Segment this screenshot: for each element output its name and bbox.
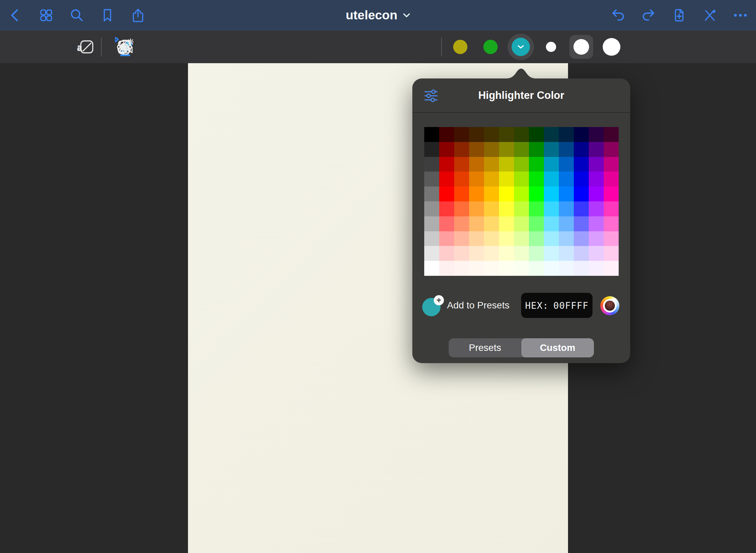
palette-cell[interactable] [604,172,619,186]
palette-cell[interactable] [469,157,484,172]
chevron-down-icon[interactable] [403,13,410,18]
palette-cell[interactable] [559,246,574,261]
palette-cell[interactable] [469,186,484,201]
palette-cell[interactable] [589,261,604,276]
add-to-presets-button[interactable]: + [422,295,447,316]
palette-cell[interactable] [544,201,559,216]
palette-cell[interactable] [484,127,499,142]
palette-cell[interactable] [514,142,529,157]
palette-cell[interactable] [439,246,454,261]
palette-cell[interactable] [589,246,604,261]
thickness-small[interactable] [536,31,566,63]
palette-cell[interactable] [559,172,574,186]
palette-cell[interactable] [589,201,604,216]
document-title[interactable]: utelecon [346,8,397,22]
back-button[interactable] [8,7,23,23]
palette-cell[interactable] [544,246,559,261]
redo-button[interactable] [641,7,656,23]
palette-cell[interactable] [559,142,574,157]
palette-cell[interactable] [439,172,454,186]
palette-cell[interactable] [529,201,544,216]
palette-cell[interactable] [589,231,604,246]
palette-cell[interactable] [424,246,439,261]
palette-cell[interactable] [469,261,484,276]
palette-cell[interactable] [529,231,544,246]
palette-cell[interactable] [499,157,514,172]
palette-cell[interactable] [514,261,529,276]
palette-cell[interactable] [559,261,574,276]
palette-cell[interactable] [469,172,484,186]
palette-cell[interactable] [499,216,514,231]
palette-cell[interactable] [454,246,469,261]
palette-cell[interactable] [604,246,619,261]
more-button[interactable] [733,7,748,23]
palette-cell[interactable] [559,186,574,201]
palette-cell[interactable] [544,127,559,142]
palette-cell[interactable] [559,157,574,172]
palette-cell[interactable] [424,127,439,142]
palette-cell[interactable] [559,201,574,216]
palette-cell[interactable] [484,201,499,216]
palette-cell[interactable] [484,216,499,231]
bookmark-button[interactable] [100,7,115,23]
palette-cell[interactable] [574,246,589,261]
thumbnails-button[interactable] [39,7,54,23]
palette-cell[interactable] [514,231,529,246]
tool-pan-mode[interactable]: a [67,31,105,63]
palette-cell[interactable] [544,142,559,157]
palette-cell[interactable] [499,246,514,261]
tab-presets[interactable]: Presets [449,338,521,357]
palette-cell[interactable] [574,261,589,276]
palette-cell[interactable] [439,142,454,157]
palette-cell[interactable] [529,261,544,276]
palette-cell[interactable] [454,186,469,201]
palette-cell[interactable] [469,246,484,261]
palette-cell[interactable] [544,186,559,201]
palette-cell[interactable] [439,157,454,172]
palette-cell[interactable] [439,231,454,246]
palette-cell[interactable] [514,246,529,261]
pen-options-button[interactable] [423,88,439,104]
palette-cell[interactable] [439,216,454,231]
thickness-large[interactable] [596,31,626,63]
color-swatch-teal-selected[interactable] [505,31,536,63]
palette-cell[interactable] [574,157,589,172]
palette-cell[interactable] [589,216,604,231]
palette-cell[interactable] [484,246,499,261]
palette-cell[interactable] [574,127,589,142]
palette-cell[interactable] [559,216,574,231]
palette-cell[interactable] [499,172,514,186]
palette-cell[interactable] [454,261,469,276]
color-wheel-button[interactable] [600,296,619,315]
color-swatch-olive[interactable] [445,31,475,63]
palette-cell[interactable] [469,216,484,231]
palette-cell[interactable] [424,216,439,231]
palette-cell[interactable] [544,231,559,246]
palette-cell[interactable] [589,186,604,201]
palette-cell[interactable] [469,127,484,142]
palette-cell[interactable] [559,127,574,142]
stop-editing-button[interactable] [702,7,717,23]
palette-cell[interactable] [499,261,514,276]
palette-cell[interactable] [484,231,499,246]
palette-cell[interactable] [529,172,544,186]
palette-cell[interactable] [469,142,484,157]
palette-cell[interactable] [484,261,499,276]
palette-cell[interactable] [574,201,589,216]
palette-cell[interactable] [529,142,544,157]
palette-cell[interactable] [514,201,529,216]
palette-cell[interactable] [424,231,439,246]
palette-cell[interactable] [499,201,514,216]
palette-cell[interactable] [424,261,439,276]
palette-cell[interactable] [439,186,454,201]
palette-cell[interactable] [424,142,439,157]
thickness-medium-selected[interactable] [566,31,596,63]
palette-cell[interactable] [529,157,544,172]
palette-cell[interactable] [544,261,559,276]
palette-cell[interactable] [559,231,574,246]
palette-cell[interactable] [439,201,454,216]
palette-cell[interactable] [574,142,589,157]
palette-cell[interactable] [454,231,469,246]
palette-cell[interactable] [544,216,559,231]
palette-cell[interactable] [499,186,514,201]
